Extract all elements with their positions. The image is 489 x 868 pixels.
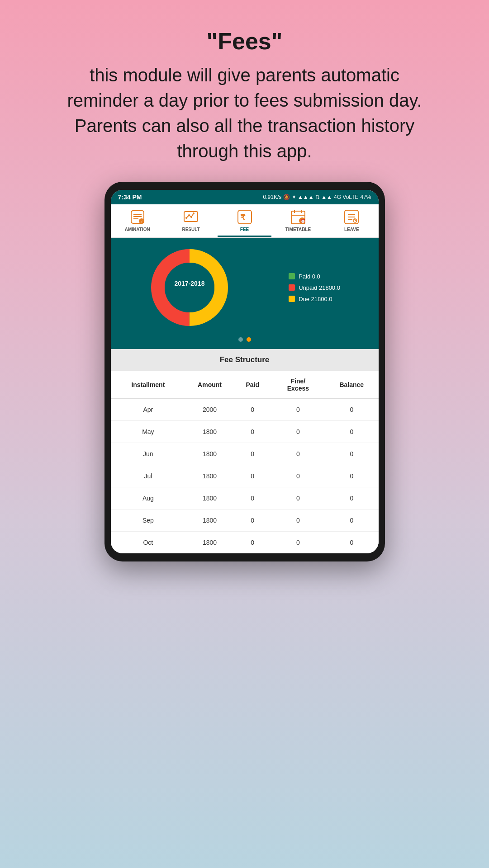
cell-amount: 1800 [185, 487, 234, 509]
cell-paid: 0 [234, 399, 271, 421]
tab-fee-label: FEE [240, 227, 249, 232]
cell-amount: 1800 [185, 532, 234, 554]
cell-fine: 0 [271, 399, 325, 421]
cell-paid: 0 [234, 532, 271, 554]
svg-text:⏰: ⏰ [300, 218, 306, 224]
legend-dot-unpaid [289, 284, 295, 291]
nav-tabs: ✓ AMINATION RESULT ₹ [111, 204, 379, 238]
chart-legend: Paid 0.0 Unpaid 21800.0 Due 21800.0 [289, 273, 340, 302]
table-row: Jun 1800 0 0 0 [111, 443, 379, 465]
cell-balance: 0 [325, 399, 378, 421]
cell-fine: 0 [271, 532, 325, 554]
fee-structure-title: Fee Structure [111, 349, 379, 371]
legend-paid: Paid 0.0 [289, 273, 340, 280]
tab-result[interactable]: RESULT [164, 204, 218, 237]
pagination-dots [111, 337, 379, 349]
table-row: Aug 1800 0 0 0 [111, 487, 379, 509]
table-row: Jul 1800 0 0 0 [111, 465, 379, 487]
legend-due-label: Due 21800.0 [299, 296, 332, 302]
table-row: Apr 2000 0 0 0 [111, 399, 379, 421]
cell-fine: 0 [271, 443, 325, 465]
svg-text:₹: ₹ [240, 213, 246, 222]
svg-point-9 [190, 216, 192, 218]
cell-balance: 0 [325, 509, 378, 532]
header-title: "Fees" [64, 27, 426, 55]
cell-balance: 0 [325, 443, 378, 465]
pag-dot-1[interactable] [238, 337, 243, 342]
table-header-row: Installment Amount Paid Fine/Excess Bala… [111, 371, 379, 399]
cell-amount: 1800 [185, 421, 234, 443]
cell-balance: 0 [325, 421, 378, 443]
header-description: this module will give parents automatic … [64, 62, 426, 164]
battery-level: 47% [360, 194, 371, 200]
status-right-icons: 0.91K/s 🔕 ✦ ▲▲▲ ⇅ ▲▲ 4G VoLTE 47% [263, 194, 371, 200]
col-header-installment: Installment [111, 371, 186, 399]
svg-point-8 [188, 214, 190, 216]
network-speed: 0.91K/s [263, 194, 282, 200]
cell-fine: 0 [271, 421, 325, 443]
cell-installment: Aug [111, 487, 186, 509]
svg-text:2017-2018: 2017-2018 [175, 280, 205, 287]
fee-table: Installment Amount Paid Fine/Excess Bala… [111, 371, 379, 553]
cell-paid: 0 [234, 487, 271, 509]
tab-examination[interactable]: ✓ AMINATION [111, 204, 164, 237]
cell-installment: Jun [111, 443, 186, 465]
pag-dot-2[interactable] [247, 337, 251, 342]
fee-structure: Fee Structure Installment Amount Paid Fi… [111, 349, 379, 553]
signal-icons: 🔕 ✦ ▲▲▲ ⇅ ▲▲ [283, 194, 332, 200]
cell-installment: Jul [111, 465, 186, 487]
table-row: Oct 1800 0 0 0 [111, 532, 379, 554]
tab-result-label: RESULT [182, 227, 199, 232]
cell-balance: 0 [325, 465, 378, 487]
cell-fine: 0 [271, 465, 325, 487]
tab-leave[interactable]: LEAVE [325, 204, 378, 237]
tab-fee[interactable]: ₹ FEE [218, 204, 271, 237]
svg-point-10 [193, 212, 195, 214]
col-header-fine: Fine/Excess [271, 371, 325, 399]
legend-dot-paid [289, 273, 295, 279]
cell-paid: 0 [234, 421, 271, 443]
legend-unpaid: Unpaid 21800.0 [289, 284, 340, 291]
cell-fine: 0 [271, 509, 325, 532]
cell-paid: 0 [234, 443, 271, 465]
col-header-balance: Balance [325, 371, 378, 399]
cell-amount: 2000 [185, 399, 234, 421]
carrier-label: 4G VoLTE [334, 194, 358, 200]
chart-section: 2017-2018 Paid 0.0 Unpaid 21800.0 Due 21… [111, 238, 379, 337]
phone-frame: 7:34 PM 0.91K/s 🔕 ✦ ▲▲▲ ⇅ ▲▲ 4G VoLTE 47… [104, 182, 385, 561]
cell-amount: 1800 [185, 443, 234, 465]
svg-point-23 [165, 263, 214, 312]
cell-installment: Oct [111, 532, 186, 554]
status-time: 7:34 PM [118, 193, 142, 201]
header-section: "Fees" this module will give parents aut… [64, 27, 426, 164]
cell-paid: 0 [234, 509, 271, 532]
tab-leave-label: LEAVE [344, 227, 359, 232]
cell-fine: 0 [271, 487, 325, 509]
legend-unpaid-label: Unpaid 21800.0 [299, 284, 340, 291]
col-header-paid: Paid [234, 371, 271, 399]
cell-paid: 0 [234, 465, 271, 487]
svg-point-7 [185, 217, 187, 219]
svg-text:✓: ✓ [140, 220, 143, 224]
legend-due: Due 21800.0 [289, 296, 340, 302]
donut-chart: 2017-2018 [149, 247, 230, 328]
tab-examination-label: AMINATION [125, 227, 150, 232]
status-bar: 7:34 PM 0.91K/s 🔕 ✦ ▲▲▲ ⇅ ▲▲ 4G VoLTE 47… [111, 190, 379, 204]
cell-amount: 1800 [185, 509, 234, 532]
cell-installment: Sep [111, 509, 186, 532]
cell-balance: 0 [325, 532, 378, 554]
table-row: May 1800 0 0 0 [111, 421, 379, 443]
cell-amount: 1800 [185, 465, 234, 487]
legend-dot-due [289, 296, 295, 302]
col-header-amount: Amount [185, 371, 234, 399]
legend-paid-label: Paid 0.0 [299, 273, 320, 280]
tab-timetable[interactable]: ⏰ TIMETABLE [271, 204, 325, 237]
table-row: Sep 1800 0 0 0 [111, 509, 379, 532]
cell-balance: 0 [325, 487, 378, 509]
cell-installment: May [111, 421, 186, 443]
cell-installment: Apr [111, 399, 186, 421]
phone-screen: 7:34 PM 0.91K/s 🔕 ✦ ▲▲▲ ⇅ ▲▲ 4G VoLTE 47… [111, 190, 379, 553]
tab-timetable-label: TIMETABLE [285, 227, 311, 232]
